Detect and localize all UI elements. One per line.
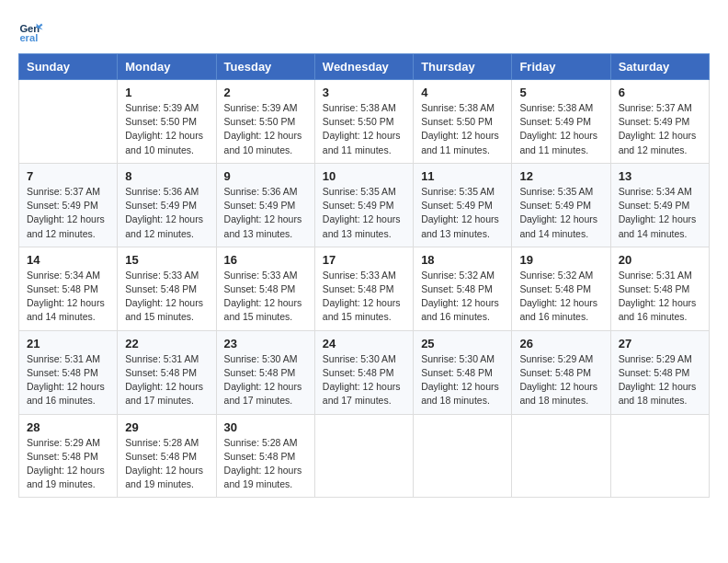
day-number: 4 <box>421 86 504 99</box>
day-number: 8 <box>125 169 208 183</box>
calendar-day-header: Wednesday <box>314 54 413 80</box>
day-number: 29 <box>125 420 208 434</box>
calendar-week-row: 28Sunrise: 5:29 AM Sunset: 5:48 PM Dayli… <box>19 414 710 498</box>
calendar-cell <box>512 414 610 498</box>
day-info: Sunrise: 5:29 AM Sunset: 5:48 PM Dayligh… <box>619 352 701 408</box>
day-number: 6 <box>619 86 701 99</box>
day-info: Sunrise: 5:33 AM Sunset: 5:48 PM Dayligh… <box>125 269 208 325</box>
calendar-cell: 22Sunrise: 5:31 AM Sunset: 5:48 PM Dayli… <box>118 330 216 414</box>
calendar-cell: 5Sunrise: 5:38 AM Sunset: 5:49 PM Daylig… <box>512 80 610 164</box>
calendar-cell: 4Sunrise: 5:38 AM Sunset: 5:50 PM Daylig… <box>414 80 512 164</box>
calendar-cell: 9Sunrise: 5:36 AM Sunset: 5:49 PM Daylig… <box>216 163 314 247</box>
calendar-day-header: Tuesday <box>216 54 314 80</box>
day-number: 1 <box>125 86 208 99</box>
day-info: Sunrise: 5:38 AM Sunset: 5:49 PM Dayligh… <box>519 101 602 157</box>
day-number: 5 <box>519 86 602 99</box>
calendar-day-header: Monday <box>118 54 216 80</box>
calendar-cell: 14Sunrise: 5:34 AM Sunset: 5:48 PM Dayli… <box>19 247 118 330</box>
calendar-cell: 15Sunrise: 5:33 AM Sunset: 5:48 PM Dayli… <box>118 247 216 330</box>
day-info: Sunrise: 5:35 AM Sunset: 5:49 PM Dayligh… <box>519 185 602 241</box>
calendar-day-header: Thursday <box>414 54 512 80</box>
day-info: Sunrise: 5:30 AM Sunset: 5:48 PM Dayligh… <box>323 352 405 408</box>
calendar-cell: 7Sunrise: 5:37 AM Sunset: 5:49 PM Daylig… <box>19 163 118 247</box>
day-number: 16 <box>224 253 307 267</box>
calendar-cell: 30Sunrise: 5:28 AM Sunset: 5:48 PM Dayli… <box>216 414 314 498</box>
day-number: 22 <box>125 337 208 350</box>
day-number: 18 <box>421 253 504 267</box>
day-info: Sunrise: 5:39 AM Sunset: 5:50 PM Dayligh… <box>224 101 307 157</box>
day-number: 11 <box>421 169 504 183</box>
calendar-week-row: 21Sunrise: 5:31 AM Sunset: 5:48 PM Dayli… <box>19 330 710 414</box>
day-number: 13 <box>619 169 701 183</box>
day-number: 9 <box>224 169 307 183</box>
day-info: Sunrise: 5:30 AM Sunset: 5:48 PM Dayligh… <box>224 352 307 408</box>
calendar-cell: 23Sunrise: 5:30 AM Sunset: 5:48 PM Dayli… <box>216 330 314 414</box>
calendar-cell: 6Sunrise: 5:37 AM Sunset: 5:49 PM Daylig… <box>610 80 709 164</box>
day-info: Sunrise: 5:30 AM Sunset: 5:48 PM Dayligh… <box>421 352 504 408</box>
day-info: Sunrise: 5:34 AM Sunset: 5:49 PM Dayligh… <box>619 185 701 241</box>
day-info: Sunrise: 5:31 AM Sunset: 5:48 PM Dayligh… <box>619 269 701 325</box>
calendar-cell: 18Sunrise: 5:32 AM Sunset: 5:48 PM Dayli… <box>414 247 512 330</box>
calendar-cell <box>610 414 709 498</box>
page-header: Gen eral <box>18 18 710 44</box>
calendar-header-row: SundayMondayTuesdayWednesdayThursdayFrid… <box>19 54 710 80</box>
day-info: Sunrise: 5:32 AM Sunset: 5:48 PM Dayligh… <box>519 269 602 325</box>
day-number: 20 <box>619 253 701 267</box>
calendar-cell: 13Sunrise: 5:34 AM Sunset: 5:49 PM Dayli… <box>610 163 709 247</box>
calendar-cell: 20Sunrise: 5:31 AM Sunset: 5:48 PM Dayli… <box>610 247 709 330</box>
day-number: 19 <box>519 253 602 267</box>
day-info: Sunrise: 5:29 AM Sunset: 5:48 PM Dayligh… <box>27 436 109 492</box>
calendar-cell: 28Sunrise: 5:29 AM Sunset: 5:48 PM Dayli… <box>19 414 118 498</box>
day-number: 30 <box>224 420 307 434</box>
day-info: Sunrise: 5:35 AM Sunset: 5:49 PM Dayligh… <box>421 185 504 241</box>
calendar-cell: 17Sunrise: 5:33 AM Sunset: 5:48 PM Dayli… <box>314 247 413 330</box>
day-number: 7 <box>27 169 109 183</box>
calendar-cell: 1Sunrise: 5:39 AM Sunset: 5:50 PM Daylig… <box>118 80 216 164</box>
day-number: 21 <box>27 337 109 350</box>
day-number: 26 <box>519 337 602 350</box>
day-info: Sunrise: 5:37 AM Sunset: 5:49 PM Dayligh… <box>619 101 701 157</box>
calendar-cell <box>19 80 118 164</box>
calendar-cell: 16Sunrise: 5:33 AM Sunset: 5:48 PM Dayli… <box>216 247 314 330</box>
day-info: Sunrise: 5:38 AM Sunset: 5:50 PM Dayligh… <box>421 101 504 157</box>
calendar-cell <box>314 414 413 498</box>
calendar-week-row: 14Sunrise: 5:34 AM Sunset: 5:48 PM Dayli… <box>19 247 710 330</box>
calendar-cell: 10Sunrise: 5:35 AM Sunset: 5:49 PM Dayli… <box>314 163 413 247</box>
day-info: Sunrise: 5:36 AM Sunset: 5:49 PM Dayligh… <box>125 185 208 241</box>
calendar-cell: 25Sunrise: 5:30 AM Sunset: 5:48 PM Dayli… <box>414 330 512 414</box>
day-number: 24 <box>323 337 405 350</box>
day-number: 12 <box>519 169 602 183</box>
day-info: Sunrise: 5:28 AM Sunset: 5:48 PM Dayligh… <box>125 436 208 492</box>
day-number: 17 <box>323 253 405 267</box>
day-number: 25 <box>421 337 504 350</box>
calendar-cell: 8Sunrise: 5:36 AM Sunset: 5:49 PM Daylig… <box>118 163 216 247</box>
calendar-cell: 12Sunrise: 5:35 AM Sunset: 5:49 PM Dayli… <box>512 163 610 247</box>
calendar-cell: 21Sunrise: 5:31 AM Sunset: 5:48 PM Dayli… <box>19 330 118 414</box>
calendar-cell: 27Sunrise: 5:29 AM Sunset: 5:48 PM Dayli… <box>610 330 709 414</box>
logo-icon: Gen eral <box>18 18 44 44</box>
day-number: 28 <box>27 420 109 434</box>
calendar-cell: 29Sunrise: 5:28 AM Sunset: 5:48 PM Dayli… <box>118 414 216 498</box>
calendar-cell: 11Sunrise: 5:35 AM Sunset: 5:49 PM Dayli… <box>414 163 512 247</box>
calendar-week-row: 7Sunrise: 5:37 AM Sunset: 5:49 PM Daylig… <box>19 163 710 247</box>
day-info: Sunrise: 5:38 AM Sunset: 5:50 PM Dayligh… <box>323 101 405 157</box>
calendar-day-header: Sunday <box>19 54 118 80</box>
day-info: Sunrise: 5:29 AM Sunset: 5:48 PM Dayligh… <box>519 352 602 408</box>
logo: Gen eral <box>18 18 48 44</box>
day-info: Sunrise: 5:37 AM Sunset: 5:49 PM Dayligh… <box>27 185 109 241</box>
calendar-table: SundayMondayTuesdayWednesdayThursdayFrid… <box>18 53 710 498</box>
calendar-cell: 2Sunrise: 5:39 AM Sunset: 5:50 PM Daylig… <box>216 80 314 164</box>
calendar-week-row: 1Sunrise: 5:39 AM Sunset: 5:50 PM Daylig… <box>19 80 710 164</box>
day-number: 10 <box>323 169 405 183</box>
day-info: Sunrise: 5:33 AM Sunset: 5:48 PM Dayligh… <box>323 269 405 325</box>
calendar-cell: 26Sunrise: 5:29 AM Sunset: 5:48 PM Dayli… <box>512 330 610 414</box>
calendar-cell <box>414 414 512 498</box>
svg-text:eral: eral <box>19 32 38 43</box>
calendar-day-header: Saturday <box>610 54 709 80</box>
day-info: Sunrise: 5:39 AM Sunset: 5:50 PM Dayligh… <box>125 101 208 157</box>
calendar-day-header: Friday <box>512 54 610 80</box>
day-number: 2 <box>224 86 307 99</box>
day-info: Sunrise: 5:35 AM Sunset: 5:49 PM Dayligh… <box>323 185 405 241</box>
day-info: Sunrise: 5:36 AM Sunset: 5:49 PM Dayligh… <box>224 185 307 241</box>
day-number: 14 <box>27 253 109 267</box>
